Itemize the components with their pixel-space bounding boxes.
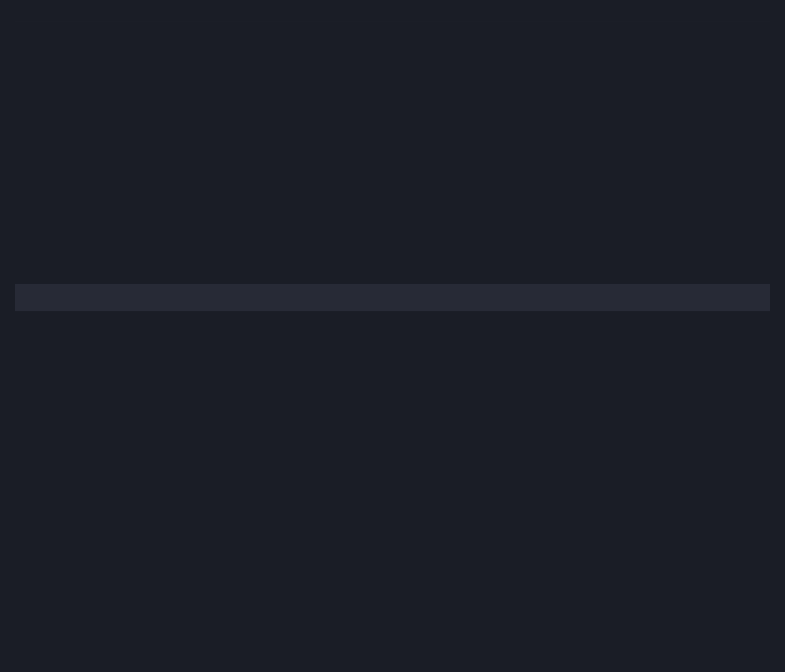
header: [15, 15, 770, 22]
explanation-note: [15, 284, 770, 311]
rankings-chart: [187, 37, 598, 269]
